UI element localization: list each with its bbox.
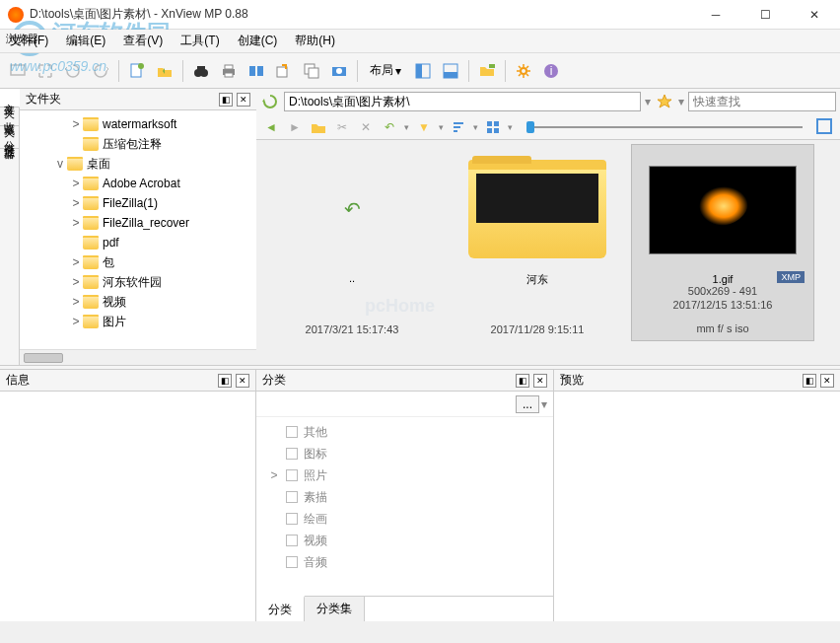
nav-view-icon[interactable] (484, 118, 502, 136)
tree-item[interactable]: >FileZilla(1) (22, 193, 254, 213)
svg-rect-21 (489, 64, 495, 68)
address-input[interactable] (284, 92, 641, 111)
category-item[interactable]: 其他 (268, 421, 541, 443)
category-pane-title: 分类 (262, 372, 516, 389)
svg-rect-27 (487, 128, 492, 133)
tool-new-icon[interactable] (125, 59, 149, 83)
tool-view2-icon[interactable] (439, 59, 462, 83)
tool-settings-icon[interactable] (512, 59, 535, 83)
svg-point-16 (336, 68, 342, 74)
nav-forward-icon[interactable]: ► (286, 118, 304, 136)
tree-item[interactable]: >watermarksoft (22, 114, 254, 134)
search-input[interactable] (688, 92, 836, 111)
svg-rect-6 (197, 66, 205, 70)
nav-cut-icon[interactable]: ✂ (333, 118, 351, 136)
tree-item[interactable]: pdf (22, 233, 254, 252)
preview-pane-header: 预览 ◧✕ (554, 370, 840, 392)
category-list[interactable]: 其他图标>照片素描绘画视频音频 (256, 417, 553, 596)
nav-filter-icon[interactable]: ▼ (415, 118, 433, 136)
category-item[interactable]: 音频 (268, 551, 541, 573)
nav-sort-icon[interactable] (450, 118, 467, 136)
category-tab[interactable]: 分类 (256, 596, 305, 621)
menu-view[interactable]: 查看(V) (119, 31, 167, 51)
info-float-button[interactable]: ◧ (218, 374, 232, 388)
category-item[interactable]: >照片 (268, 464, 541, 486)
tree-item[interactable]: >视频 (22, 292, 254, 312)
refresh-icon[interactable] (260, 92, 280, 111)
tool-folder-up-icon[interactable] (153, 59, 176, 83)
tree-item[interactable]: >图片 (22, 312, 254, 331)
menu-create[interactable]: 创建(C) (234, 31, 282, 51)
category-set-tab[interactable]: 分类集 (305, 597, 365, 621)
vtab-favorites[interactable]: 收藏夹 (0, 107, 19, 126)
tool-convert-icon[interactable] (272, 59, 296, 83)
category-more-button[interactable]: ... (516, 395, 539, 413)
tool-view1-icon[interactable] (411, 59, 435, 83)
parent-folder-icon: ↶ (340, 197, 364, 221)
tree-hscroll[interactable] (20, 349, 256, 365)
thumb-folder[interactable]: 河东 2017/11/28 9:15:11 (446, 144, 629, 341)
category-item[interactable]: 视频 (268, 530, 541, 551)
category-pane-header: 分类 ◧✕ (256, 370, 553, 392)
preview-pane-title: 预览 (560, 372, 803, 389)
vtab-filter[interactable]: 分类过滤器 (0, 126, 19, 149)
menu-edit[interactable]: 编辑(E) (62, 31, 109, 51)
info-close-button[interactable]: ✕ (236, 374, 249, 388)
svg-text:i: i (550, 64, 553, 78)
tool-compare-icon[interactable] (245, 59, 268, 83)
tool-rotate-left-icon[interactable] (61, 59, 85, 83)
tree-item[interactable]: >河东软件园 (22, 272, 254, 292)
dock-float-button[interactable]: ◧ (219, 93, 233, 107)
tool-tag-icon[interactable] (475, 59, 499, 83)
category-item[interactable]: 图标 (268, 443, 541, 464)
titlebar: D:\tools\桌面\图片素材\ - XnView MP 0.88 ─ ☐ ✕ (0, 0, 840, 30)
tree-item[interactable]: v桌面 (22, 154, 254, 174)
tree-item[interactable]: 压缩包注释 (22, 134, 254, 154)
preview-close-button[interactable]: ✕ (820, 374, 834, 388)
image-thumbnail (649, 166, 797, 254)
thumb-image[interactable]: XMP 1.gif 500x269 - 491 2017/12/15 13:51… (631, 144, 814, 341)
dock-close-button[interactable]: ✕ (237, 93, 250, 107)
nav-delete-icon[interactable]: ✕ (357, 118, 375, 136)
folder-icon (468, 160, 606, 258)
menu-tools[interactable]: 工具(T) (176, 31, 223, 51)
browser-tab[interactable]: 浏览器 (2, 32, 42, 46)
thumbnail-fullscreen-icon[interactable] (816, 118, 834, 136)
tool-binoculars-icon[interactable] (189, 59, 213, 83)
tool-rotate-right-icon[interactable] (89, 59, 112, 83)
preview-content (554, 392, 840, 621)
tool-print-icon[interactable] (217, 59, 241, 83)
tool-screen-icon[interactable] (6, 59, 30, 83)
folder-tree[interactable]: >watermarksoft压缩包注释v桌面>Adobe Acrobat>Fil… (20, 110, 256, 349)
zoom-slider[interactable] (519, 126, 810, 128)
tool-camera-icon[interactable] (327, 59, 351, 83)
main-toolbar: 布局▾ i (0, 53, 840, 89)
category-item[interactable]: 绘画 (268, 508, 541, 530)
preview-float-button[interactable]: ◧ (803, 374, 816, 388)
minimize-button[interactable]: ─ (698, 3, 734, 27)
svg-rect-18 (416, 64, 422, 78)
tool-fullscreen-icon[interactable] (34, 59, 57, 83)
nav-up-icon[interactable]: ↶ (381, 118, 398, 136)
category-item[interactable]: 素描 (268, 486, 541, 508)
layout-button[interactable]: 布局▾ (364, 60, 407, 81)
svg-rect-9 (225, 73, 233, 77)
tree-item[interactable]: >FileZilla_recover (22, 213, 254, 233)
cat-float-button[interactable]: ◧ (516, 374, 529, 388)
tree-item[interactable]: >Adobe Acrobat (22, 174, 254, 193)
close-button[interactable]: ✕ (797, 3, 832, 27)
tool-batch-icon[interactable] (300, 59, 323, 83)
cat-close-button[interactable]: ✕ (533, 374, 547, 388)
svg-rect-28 (494, 128, 499, 133)
tree-item[interactable]: >包 (22, 252, 254, 272)
thumb-parent[interactable]: ↶ .. 2017/3/21 15:17:43 (260, 144, 444, 341)
vertical-tabs: 文件夹 收藏夹 分类过滤器 (0, 89, 20, 365)
nav-back-icon[interactable]: ◄ (262, 118, 280, 136)
tool-about-icon[interactable]: i (539, 59, 563, 83)
nav-folder-icon[interactable] (310, 118, 327, 136)
favorite-star-icon[interactable] (655, 92, 674, 111)
vtab-folder[interactable]: 文件夹 (0, 89, 20, 107)
menu-help[interactable]: 帮助(H) (291, 31, 339, 51)
maximize-button[interactable]: ☐ (747, 3, 783, 27)
thumbnail-area[interactable]: ↶ .. 2017/3/21 15:17:43 河东 2017/11/28 9:… (256, 140, 840, 365)
